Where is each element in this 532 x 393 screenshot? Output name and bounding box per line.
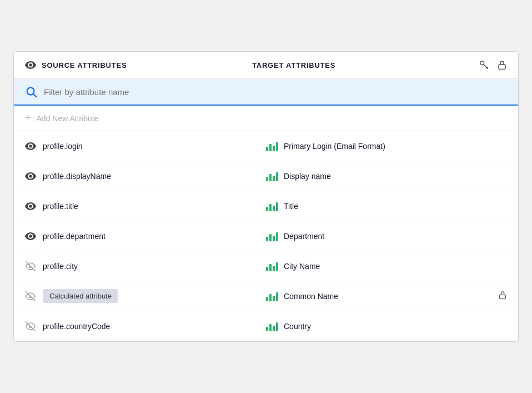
source-attribute-name: profile.city [43,262,78,271]
plus-icon: + [25,112,31,124]
eye-icon [25,141,36,152]
table-row[interactable]: profile.title Title [14,191,518,221]
svg-line-1 [484,64,488,68]
target-attribute-name: Country [284,322,311,331]
source-cell: profile.displayName [25,171,266,182]
eye-slash-icon [25,261,36,272]
attribute-rows-container: profile.login Primary Login (Email Forma… [14,131,518,341]
chart-icon [266,291,278,301]
key-icon[interactable] [479,60,489,70]
target-cell: Primary Login (Email Format) [266,141,507,151]
target-cell: City Name [266,261,507,271]
add-new-label: Add New Attribute [37,114,99,123]
source-cell: Calculated attribute [25,289,266,303]
table-row[interactable]: profile.department Department [14,221,518,251]
svg-line-6 [33,94,36,97]
source-cell: profile.title [25,201,266,212]
search-icon [25,86,37,98]
chart-icon [266,201,278,211]
source-attribute-name: profile.department [43,232,106,241]
target-cell: Display name [266,171,507,181]
source-cell: profile.login [25,141,266,152]
table-row[interactable]: Calculated attribute Common Name [14,281,518,311]
search-input[interactable] [44,87,507,97]
chart-icon [266,171,278,181]
source-attribute-name: profile.countryCode [43,322,110,331]
target-attribute-name: Common Name [284,292,338,301]
chart-icon [266,141,278,151]
eye-icon [25,171,36,182]
source-cell: profile.countryCode [25,321,266,332]
search-row[interactable] [14,79,518,106]
source-cell: profile.department [25,231,266,242]
header-row: SOURCE ATTRIBUTES TARGET ATTRIBUTES [14,52,518,79]
table-row[interactable]: profile.city City Name [14,251,518,281]
chart-icon [266,261,278,271]
svg-rect-4 [499,64,505,69]
svg-rect-9 [500,295,506,299]
target-cell: Department [266,231,507,241]
source-attribute-name: profile.login [43,142,83,151]
source-eye-icon [25,59,36,71]
eye-slash-icon [25,321,36,332]
table-row[interactable]: profile.login Primary Login (Email Forma… [14,131,518,161]
target-attribute-name: City Name [284,262,320,271]
row-lock-icon [498,290,507,302]
table-row[interactable]: profile.displayName Display name [14,161,518,191]
chart-icon [266,321,278,331]
target-column-label: TARGET ATTRIBUTES [252,61,335,69]
eye-slash-icon [25,291,36,302]
add-new-attribute-row[interactable]: + Add New Attribute [14,106,518,131]
target-attribute-name: Display name [284,172,331,181]
source-cell: profile.city [25,261,266,272]
header-action-icons [479,59,507,71]
source-column-header: SOURCE ATTRIBUTES [25,59,252,71]
target-cell: Title [266,201,507,211]
eye-icon [25,231,36,242]
lock-icon[interactable] [497,59,507,71]
source-attribute-name: profile.displayName [43,172,111,181]
table-row[interactable]: profile.countryCode Country [14,311,518,341]
target-column-header: TARGET ATTRIBUTES [252,61,479,69]
target-cell: Common Name [266,290,507,302]
attribute-mapping-panel: SOURCE ATTRIBUTES TARGET ATTRIBUTES [13,51,519,342]
chart-icon [266,231,278,241]
calculated-attribute-badge: Calculated attribute [43,289,118,303]
source-column-label: SOURCE ATTRIBUTES [42,61,127,69]
source-attribute-name: profile.title [43,202,78,211]
target-cell: Country [266,321,507,331]
target-attribute-name: Primary Login (Email Format) [284,142,385,151]
target-attribute-name: Title [284,202,298,211]
target-attribute-name: Department [284,232,324,241]
eye-icon [25,201,36,212]
